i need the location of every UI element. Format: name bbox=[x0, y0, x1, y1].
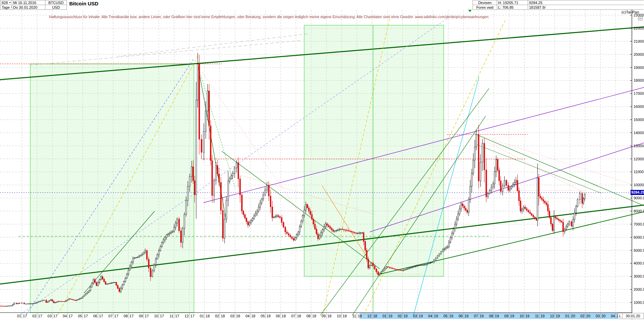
x-axis-label: 19 bbox=[449, 314, 453, 318]
x-axis-label: 19 bbox=[388, 314, 392, 318]
candle-body bbox=[108, 284, 109, 284]
date-start-field[interactable]: Mi 16.11.2016 bbox=[12, 0, 45, 5]
candle-body bbox=[343, 230, 344, 230]
candle-body bbox=[222, 210, 223, 238]
candle-body bbox=[191, 167, 192, 176]
candle-body bbox=[515, 181, 516, 183]
candle-body bbox=[129, 266, 130, 270]
x-axis-label: 17 bbox=[190, 314, 194, 318]
candle-down bbox=[478, 125, 479, 189]
candle-body bbox=[125, 278, 126, 281]
x-axis-label: 18 bbox=[327, 314, 331, 318]
y-axis-label: 14000.00 bbox=[634, 131, 644, 135]
candle-up bbox=[31, 304, 32, 304]
candle-body bbox=[313, 219, 314, 224]
candle-body bbox=[372, 263, 373, 266]
candle-body bbox=[384, 268, 385, 270]
candle-body bbox=[8, 306, 9, 306]
candle-body bbox=[14, 303, 15, 304]
candle-down bbox=[497, 158, 498, 172]
candle-body bbox=[421, 265, 422, 266]
candle-body bbox=[583, 199, 584, 203]
volume-label: 181587.9/ bbox=[528, 5, 644, 10]
x-axis-label: 18 bbox=[297, 314, 301, 318]
data-feed-label: Forex vwd bbox=[473, 5, 497, 10]
period-value: Tage bbox=[2, 5, 10, 9]
bar-count-dropdown[interactable]: 828 ▼ bbox=[0, 0, 12, 5]
candle-body bbox=[61, 301, 62, 302]
x-axis-label: 12 bbox=[367, 314, 371, 318]
y-axis-label: 18000.00 bbox=[634, 78, 644, 82]
candle-body bbox=[218, 174, 219, 182]
candle-body bbox=[506, 181, 507, 186]
candle-body bbox=[273, 217, 274, 218]
candle-body bbox=[263, 195, 264, 199]
candle-body bbox=[0, 306, 1, 306]
period-dropdown[interactable]: Tage ▼ bbox=[0, 5, 12, 10]
candle-body bbox=[94, 280, 95, 283]
candle-body bbox=[523, 207, 524, 209]
x-axis-label: 11 bbox=[170, 314, 173, 318]
data-source-label: Devisen bbox=[473, 0, 497, 5]
date-end-field[interactable]: Do 30.01.2020 bbox=[12, 5, 45, 10]
x-axis-label: 01 bbox=[200, 314, 204, 318]
candle-body bbox=[295, 237, 296, 240]
candle-body bbox=[82, 296, 83, 298]
candle-body bbox=[246, 218, 247, 222]
price-chart[interactable]: 0117021703170417051706170717081709171017… bbox=[0, 0, 644, 320]
candle-body bbox=[203, 131, 204, 152]
candle-body bbox=[201, 139, 202, 152]
candle-body bbox=[540, 196, 541, 198]
low-value-label: L: 706.85 bbox=[497, 5, 528, 10]
candle-body bbox=[337, 230, 338, 230]
candle-body bbox=[283, 223, 284, 227]
x-axis-label: 02 bbox=[580, 314, 585, 318]
x-axis-label: 02 bbox=[32, 314, 36, 318]
candle-body bbox=[113, 283, 114, 283]
candle-body bbox=[236, 163, 237, 168]
symbol-field[interactable]: BTCUSD bbox=[45, 0, 67, 5]
candle-body bbox=[147, 250, 148, 259]
candle-body bbox=[81, 298, 82, 298]
candle-body bbox=[327, 224, 328, 226]
candle-body bbox=[444, 249, 445, 250]
candle-body bbox=[164, 237, 165, 240]
candle-body bbox=[126, 274, 127, 278]
x-axis-label: 09 bbox=[139, 314, 143, 318]
axis-settings-icon[interactable] bbox=[638, 16, 642, 20]
candle-body bbox=[135, 257, 136, 258]
candle-body bbox=[26, 304, 27, 304]
candle-body bbox=[394, 269, 395, 269]
candle-body bbox=[67, 299, 68, 301]
candle-down bbox=[178, 217, 179, 233]
candle-body bbox=[473, 160, 474, 173]
x-axis-label: 11 bbox=[535, 314, 539, 318]
candle-body bbox=[563, 222, 564, 232]
candle-body bbox=[336, 231, 337, 231]
candle-body bbox=[232, 173, 233, 176]
candle-body bbox=[75, 300, 76, 301]
x-axis-label: 10 bbox=[154, 314, 158, 318]
candle-body bbox=[64, 302, 65, 302]
candle-body bbox=[70, 299, 71, 299]
candle-body bbox=[536, 218, 537, 220]
candle-body bbox=[241, 195, 242, 211]
candle-body bbox=[31, 304, 32, 304]
candle-body bbox=[5, 306, 6, 307]
x-axis-label: 19 bbox=[525, 314, 529, 318]
candle-body bbox=[187, 186, 188, 200]
x-axis-label: 17 bbox=[84, 314, 88, 318]
candle-body bbox=[240, 179, 241, 195]
candle-body bbox=[152, 271, 153, 277]
candle-body bbox=[334, 231, 335, 231]
candle-body bbox=[517, 181, 518, 191]
candle-body bbox=[430, 263, 431, 263]
candle-body bbox=[453, 229, 454, 233]
candle-body bbox=[551, 217, 552, 224]
candle-body bbox=[404, 270, 405, 270]
x-axis-label: 06 bbox=[93, 314, 97, 318]
candle-body bbox=[107, 284, 108, 284]
candle-body bbox=[296, 235, 297, 237]
candle-up bbox=[9, 306, 10, 306]
candle-body bbox=[180, 231, 182, 242]
